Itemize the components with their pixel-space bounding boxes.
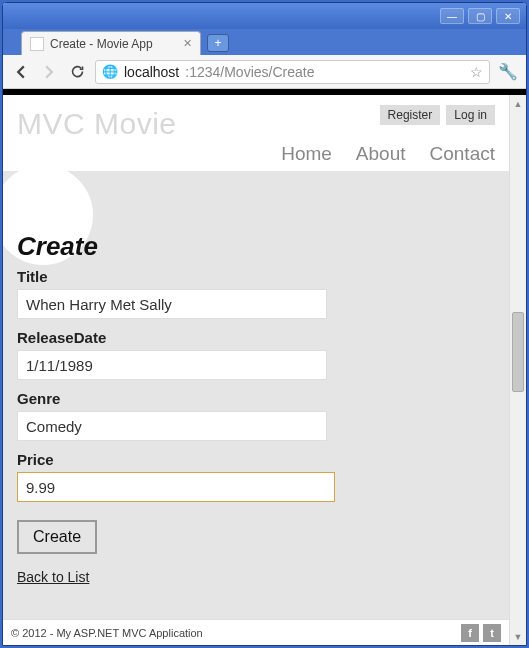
tab-strip: Create - Movie App ✕ +: [3, 29, 526, 55]
login-link[interactable]: Log in: [446, 105, 495, 125]
arrow-right-icon: [42, 65, 56, 79]
field-price: Price: [17, 451, 495, 502]
site-header: MVC Movie Register Log in Home About Con…: [3, 95, 509, 171]
address-bar[interactable]: 🌐 localhost:1234/Movies/Create ☆: [95, 60, 490, 84]
main-content: Create Title ReleaseDate Genre Price: [3, 171, 509, 600]
input-genre[interactable]: [17, 411, 327, 441]
settings-wrench-icon[interactable]: 🔧: [498, 62, 518, 81]
scroll-thumb[interactable]: [512, 312, 524, 392]
nav-about[interactable]: About: [356, 143, 406, 165]
footer-social: f t: [461, 624, 501, 642]
scroll-track[interactable]: [510, 112, 526, 628]
back-button[interactable]: [11, 62, 31, 82]
forward-button: [39, 62, 59, 82]
label-price: Price: [17, 451, 495, 468]
page-title: Create: [17, 231, 495, 262]
tab-title: Create - Movie App: [50, 37, 153, 51]
page-body: MVC Movie Register Log in Home About Con…: [3, 95, 509, 645]
url-host: localhost: [124, 64, 179, 80]
field-genre: Genre: [17, 390, 495, 441]
new-tab-button[interactable]: +: [207, 34, 229, 52]
primary-nav: Home About Contact: [281, 143, 495, 165]
auth-links: Register Log in: [380, 105, 495, 125]
reload-button[interactable]: [67, 62, 87, 82]
nav-home[interactable]: Home: [281, 143, 332, 165]
reload-icon: [70, 64, 85, 79]
maximize-button[interactable]: ▢: [468, 8, 492, 24]
vertical-scrollbar[interactable]: ▲ ▼: [509, 95, 526, 645]
field-title: Title: [17, 268, 495, 319]
scroll-down-icon[interactable]: ▼: [510, 628, 526, 645]
label-genre: Genre: [17, 390, 495, 407]
facebook-icon[interactable]: f: [461, 624, 479, 642]
back-to-list-link[interactable]: Back to List: [17, 569, 89, 585]
window-title-bar: — ▢ ✕: [3, 3, 526, 29]
label-title: Title: [17, 268, 495, 285]
globe-icon: 🌐: [102, 64, 118, 79]
favicon-icon: [30, 37, 44, 51]
input-price[interactable]: [17, 472, 335, 502]
footer-text: © 2012 - My ASP.NET MVC Application: [11, 627, 203, 639]
twitter-icon[interactable]: t: [483, 624, 501, 642]
submit-row: Create: [17, 520, 495, 554]
scroll-up-icon[interactable]: ▲: [510, 95, 526, 112]
url-path: :1234/Movies/Create: [185, 64, 314, 80]
input-title[interactable]: [17, 289, 327, 319]
browser-tab[interactable]: Create - Movie App ✕: [21, 31, 201, 55]
browser-window: — ▢ ✕ Create - Movie App ✕ + 🌐 localhost…: [2, 2, 527, 646]
page-viewport: MVC Movie Register Log in Home About Con…: [3, 89, 526, 645]
close-tab-icon[interactable]: ✕: [183, 37, 192, 50]
label-release-date: ReleaseDate: [17, 329, 495, 346]
register-link[interactable]: Register: [380, 105, 441, 125]
minimize-button[interactable]: —: [440, 8, 464, 24]
browser-toolbar: 🌐 localhost:1234/Movies/Create ☆ 🔧: [3, 55, 526, 89]
site-footer: © 2012 - My ASP.NET MVC Application f t: [3, 619, 509, 645]
create-button[interactable]: Create: [17, 520, 97, 554]
arrow-left-icon: [14, 65, 28, 79]
bookmark-star-icon[interactable]: ☆: [470, 64, 483, 80]
input-release-date[interactable]: [17, 350, 327, 380]
nav-contact[interactable]: Contact: [430, 143, 495, 165]
field-release-date: ReleaseDate: [17, 329, 495, 380]
close-window-button[interactable]: ✕: [496, 8, 520, 24]
